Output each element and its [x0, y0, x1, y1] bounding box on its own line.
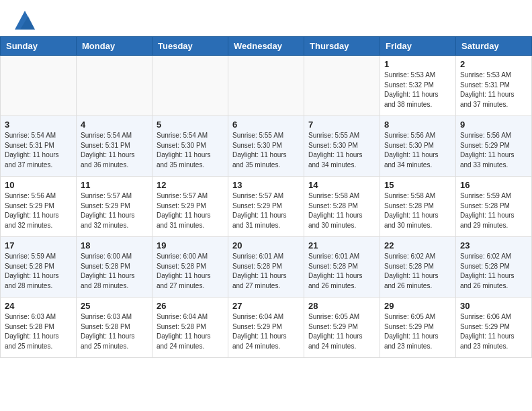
calendar-cell: 26Sunrise: 6:04 AM Sunset: 5:28 PM Dayli…	[152, 298, 228, 358]
day-number: 25	[81, 301, 148, 311]
day-info: Sunrise: 5:57 AM Sunset: 5:29 PM Dayligh…	[232, 191, 300, 230]
day-number: 15	[384, 180, 451, 190]
day-number: 10	[5, 180, 72, 190]
day-info: Sunrise: 6:01 AM Sunset: 5:28 PM Dayligh…	[232, 252, 300, 291]
calendar-day-header: Saturday	[456, 37, 532, 56]
calendar-cell: 24Sunrise: 6:03 AM Sunset: 5:28 PM Dayli…	[1, 298, 77, 358]
day-number: 2	[460, 59, 527, 69]
day-info: Sunrise: 6:02 AM Sunset: 5:28 PM Dayligh…	[460, 252, 527, 291]
page: SundayMondayTuesdayWednesdayThursdayFrid…	[0, 0, 532, 411]
calendar-cell	[228, 56, 304, 116]
calendar-cell: 14Sunrise: 5:58 AM Sunset: 5:28 PM Dayli…	[304, 177, 380, 237]
calendar-cell: 8Sunrise: 5:56 AM Sunset: 5:30 PM Daylig…	[380, 116, 456, 177]
day-number: 22	[384, 240, 451, 250]
calendar-week-row: 3Sunrise: 5:54 AM Sunset: 5:31 PM Daylig…	[1, 116, 532, 177]
day-info: Sunrise: 5:55 AM Sunset: 5:30 PM Dayligh…	[308, 131, 375, 170]
calendar-cell	[1, 56, 77, 116]
calendar-cell: 6Sunrise: 5:55 AM Sunset: 5:30 PM Daylig…	[228, 116, 304, 177]
calendar-cell: 28Sunrise: 6:05 AM Sunset: 5:29 PM Dayli…	[304, 298, 380, 358]
day-info: Sunrise: 6:02 AM Sunset: 5:28 PM Dayligh…	[384, 252, 451, 291]
day-info: Sunrise: 5:53 AM Sunset: 5:31 PM Dayligh…	[460, 71, 527, 109]
calendar-cell: 21Sunrise: 6:01 AM Sunset: 5:28 PM Dayli…	[304, 237, 380, 298]
day-info: Sunrise: 6:05 AM Sunset: 5:29 PM Dayligh…	[384, 312, 451, 351]
day-number: 28	[308, 301, 375, 311]
day-number: 23	[460, 240, 527, 250]
day-number: 1	[384, 59, 451, 69]
day-number: 20	[232, 240, 300, 250]
calendar-day-header: Wednesday	[228, 37, 304, 56]
calendar-cell: 19Sunrise: 6:00 AM Sunset: 5:28 PM Dayli…	[152, 237, 228, 298]
day-info: Sunrise: 6:06 AM Sunset: 5:29 PM Dayligh…	[460, 312, 527, 351]
day-info: Sunrise: 5:58 AM Sunset: 5:28 PM Dayligh…	[384, 191, 451, 230]
calendar-cell: 4Sunrise: 5:54 AM Sunset: 5:31 PM Daylig…	[77, 116, 152, 177]
day-number: 14	[308, 180, 375, 190]
logo	[13, 11, 35, 30]
day-number: 16	[460, 180, 527, 190]
day-number: 18	[81, 240, 148, 250]
day-info: Sunrise: 6:00 AM Sunset: 5:28 PM Dayligh…	[81, 252, 148, 291]
logo-icon	[15, 11, 35, 30]
calendar-cell: 11Sunrise: 5:57 AM Sunset: 5:29 PM Dayli…	[77, 177, 152, 237]
calendar-cell: 18Sunrise: 6:00 AM Sunset: 5:28 PM Dayli…	[77, 237, 152, 298]
calendar-cell: 5Sunrise: 5:54 AM Sunset: 5:30 PM Daylig…	[152, 116, 228, 177]
calendar-header-row: SundayMondayTuesdayWednesdayThursdayFrid…	[1, 37, 532, 56]
day-number: 26	[157, 301, 224, 311]
calendar-week-row: 24Sunrise: 6:03 AM Sunset: 5:28 PM Dayli…	[1, 298, 532, 358]
day-number: 29	[384, 301, 451, 311]
day-number: 12	[157, 180, 224, 190]
calendar-cell	[77, 56, 152, 116]
day-number: 6	[232, 120, 300, 130]
day-number: 3	[5, 120, 72, 130]
day-info: Sunrise: 6:05 AM Sunset: 5:29 PM Dayligh…	[308, 312, 375, 351]
calendar-cell: 3Sunrise: 5:54 AM Sunset: 5:31 PM Daylig…	[1, 116, 77, 177]
calendar-week-row: 17Sunrise: 5:59 AM Sunset: 5:28 PM Dayli…	[1, 237, 532, 298]
calendar-cell: 15Sunrise: 5:58 AM Sunset: 5:28 PM Dayli…	[380, 177, 456, 237]
calendar-cell: 1Sunrise: 5:53 AM Sunset: 5:32 PM Daylig…	[380, 56, 456, 116]
calendar-cell: 9Sunrise: 5:56 AM Sunset: 5:29 PM Daylig…	[456, 116, 532, 177]
calendar-cell: 7Sunrise: 5:55 AM Sunset: 5:30 PM Daylig…	[304, 116, 380, 177]
day-info: Sunrise: 6:00 AM Sunset: 5:28 PM Dayligh…	[157, 252, 224, 291]
calendar-cell: 17Sunrise: 5:59 AM Sunset: 5:28 PM Dayli…	[1, 237, 77, 298]
day-number: 5	[157, 120, 224, 130]
calendar-cell: 20Sunrise: 6:01 AM Sunset: 5:28 PM Dayli…	[228, 237, 304, 298]
day-number: 19	[157, 240, 224, 250]
calendar-week-row: 10Sunrise: 5:56 AM Sunset: 5:29 PM Dayli…	[1, 177, 532, 237]
day-number: 21	[308, 240, 375, 250]
calendar-cell: 16Sunrise: 5:59 AM Sunset: 5:28 PM Dayli…	[456, 177, 532, 237]
calendar-day-header: Thursday	[304, 37, 380, 56]
day-info: Sunrise: 5:57 AM Sunset: 5:29 PM Dayligh…	[157, 191, 224, 230]
calendar-day-header: Tuesday	[152, 37, 228, 56]
day-info: Sunrise: 6:03 AM Sunset: 5:28 PM Dayligh…	[5, 312, 72, 351]
day-info: Sunrise: 5:56 AM Sunset: 5:30 PM Dayligh…	[384, 131, 451, 170]
calendar-cell: 25Sunrise: 6:03 AM Sunset: 5:28 PM Dayli…	[77, 298, 152, 358]
day-info: Sunrise: 5:57 AM Sunset: 5:29 PM Dayligh…	[81, 191, 148, 230]
day-number: 30	[460, 301, 527, 311]
calendar-cell: 30Sunrise: 6:06 AM Sunset: 5:29 PM Dayli…	[456, 298, 532, 358]
day-info: Sunrise: 5:59 AM Sunset: 5:28 PM Dayligh…	[5, 252, 72, 291]
day-info: Sunrise: 6:01 AM Sunset: 5:28 PM Dayligh…	[308, 252, 375, 291]
calendar-cell: 12Sunrise: 5:57 AM Sunset: 5:29 PM Dayli…	[152, 177, 228, 237]
day-info: Sunrise: 6:04 AM Sunset: 5:29 PM Dayligh…	[232, 312, 300, 351]
calendar-day-header: Friday	[380, 37, 456, 56]
day-info: Sunrise: 5:54 AM Sunset: 5:30 PM Dayligh…	[157, 131, 224, 170]
day-number: 4	[81, 120, 148, 130]
calendar-day-header: Monday	[77, 37, 152, 56]
calendar-cell: 10Sunrise: 5:56 AM Sunset: 5:29 PM Dayli…	[1, 177, 77, 237]
calendar-cell	[304, 56, 380, 116]
day-info: Sunrise: 5:56 AM Sunset: 5:29 PM Dayligh…	[5, 191, 72, 230]
calendar-week-row: 1Sunrise: 5:53 AM Sunset: 5:32 PM Daylig…	[1, 56, 532, 116]
day-number: 27	[232, 301, 300, 311]
calendar-cell: 2Sunrise: 5:53 AM Sunset: 5:31 PM Daylig…	[456, 56, 532, 116]
calendar-cell: 22Sunrise: 6:02 AM Sunset: 5:28 PM Dayli…	[380, 237, 456, 298]
day-number: 17	[5, 240, 72, 250]
day-info: Sunrise: 6:03 AM Sunset: 5:28 PM Dayligh…	[81, 312, 148, 351]
day-number: 9	[460, 120, 527, 130]
calendar-table: SundayMondayTuesdayWednesdayThursdayFrid…	[0, 36, 532, 358]
day-info: Sunrise: 5:56 AM Sunset: 5:29 PM Dayligh…	[460, 131, 527, 170]
day-info: Sunrise: 5:54 AM Sunset: 5:31 PM Dayligh…	[81, 131, 148, 170]
day-number: 7	[308, 120, 375, 130]
day-info: Sunrise: 5:55 AM Sunset: 5:30 PM Dayligh…	[232, 131, 300, 170]
day-number: 13	[232, 180, 300, 190]
day-info: Sunrise: 5:59 AM Sunset: 5:28 PM Dayligh…	[460, 191, 527, 230]
day-number: 11	[81, 180, 148, 190]
